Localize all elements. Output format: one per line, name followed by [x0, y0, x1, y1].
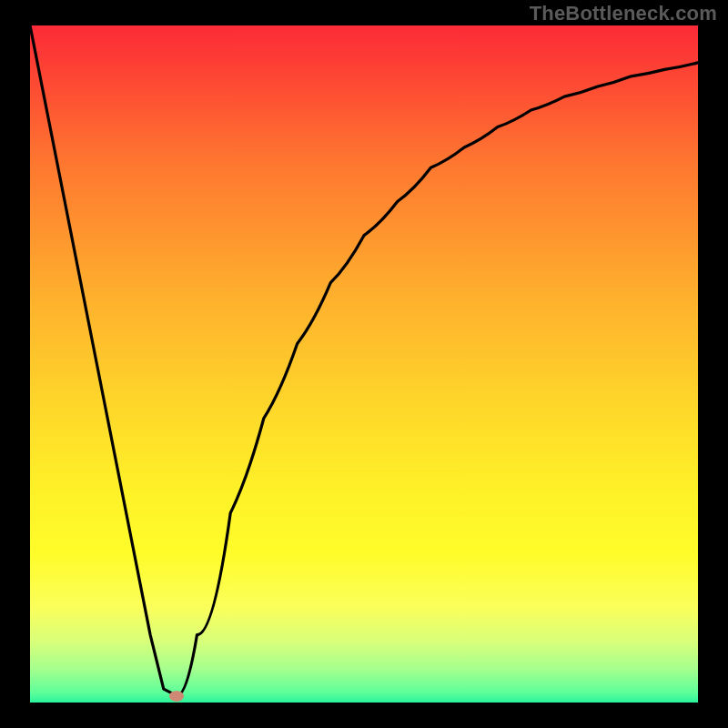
chart-frame: TheBottleneck.com: [0, 0, 728, 728]
bottleneck-curve: [30, 25, 698, 703]
watermark-text: TheBottleneck.com: [530, 2, 717, 25]
optimal-point-marker: [169, 691, 184, 702]
plot-outer: [30, 25, 698, 703]
